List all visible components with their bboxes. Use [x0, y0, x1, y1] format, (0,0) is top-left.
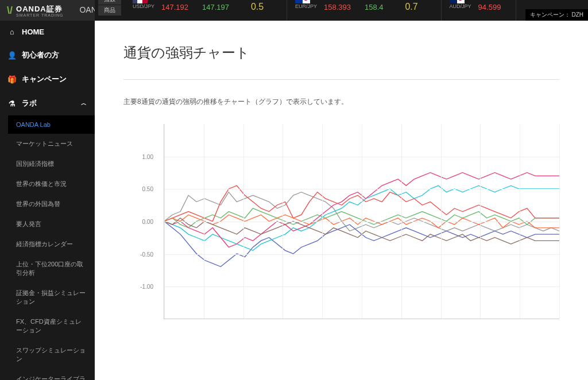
user-icon: 👤 — [8, 51, 16, 59]
grid-line — [401, 124, 402, 319]
spread-value: 0.5 — [243, 2, 272, 12]
ticker-tabs: FX指数商品 — [95, 0, 125, 21]
nav-user[interactable]: 👤初心者の方 — [0, 43, 95, 67]
nav-flask[interactable]: ⚗ラボ︿ — [0, 91, 95, 115]
sidebar-item[interactable]: OANDA Lab — [8, 115, 95, 134]
sidebar-item[interactable]: 世界の外国為替 — [8, 194, 95, 214]
brand-main: OANDA証券 — [16, 4, 63, 14]
flag-icon — [450, 0, 465, 3]
pair-label: USD/JPY — [133, 3, 154, 9]
sidebar-item[interactable]: 世界の株価と市況 — [8, 174, 95, 194]
grid-line — [480, 124, 481, 319]
sidebar-item[interactable]: 上位・下位200口座の取引分析 — [8, 254, 95, 283]
nav-home[interactable]: ⌂HOME — [0, 21, 95, 43]
home-icon: ⌂ — [8, 28, 16, 36]
grid-line — [204, 124, 204, 319]
buy-label: 買い — [202, 0, 229, 1]
grid-line — [520, 124, 520, 319]
nav-gift[interactable]: 🎁キャンペーン — [0, 67, 95, 91]
campaign-strip[interactable]: キャンペーン： DZH — [525, 9, 588, 21]
grid-line — [283, 124, 283, 319]
sell-label: 売り — [161, 0, 188, 1]
spread-value: 0.7 — [397, 2, 426, 12]
ticker-tab-指数[interactable]: 指数 — [98, 0, 121, 5]
ticker-item-AUD/JPY[interactable]: AUD/JPY売り94.599 — [442, 0, 517, 21]
grid-line — [362, 124, 362, 319]
y-tick: -0.50 — [140, 251, 153, 257]
pair-label: EUR/JPY — [295, 3, 317, 9]
pair-label: AUD/JPY — [450, 3, 471, 9]
grid-line — [559, 124, 560, 319]
main-content: 通貨の強弱チャート 主要8通貨の通貨の強弱の推移をチャート（グラフ）で表示してい… — [95, 21, 588, 380]
flask-icon: ⚗ — [8, 99, 16, 107]
page-title: 通貨の強弱チャート — [123, 44, 559, 62]
grid-line — [164, 124, 165, 319]
y-tick: 0.00 — [142, 219, 153, 225]
nav-label: ラボ — [22, 98, 37, 108]
logo-icon: \/ — [7, 5, 13, 17]
sidebar-item[interactable]: FX、CFD資産シミュレーション — [8, 312, 95, 340]
sidebar-item[interactable]: マーケットニュース — [8, 134, 95, 154]
sell-value: 158.393 — [324, 3, 351, 11]
sell-value: 94.599 — [478, 3, 501, 11]
brand-logo[interactable]: \/ OANDA証券 SMARTER TRADING — [7, 4, 63, 17]
nav-label: キャンペーン — [22, 74, 67, 84]
flag-icon — [295, 0, 310, 3]
y-tick: -1.00 — [140, 284, 153, 290]
sidebar: ⌂HOME👤初心者の方🎁キャンペーン⚗ラボ︿ OANDA Labマーケットニュー… — [0, 21, 95, 380]
buy-label: 買い — [365, 0, 384, 1]
sidebar-item[interactable]: インジケーターライブラリ — [8, 369, 95, 380]
sidebar-item[interactable]: 要人発言 — [8, 214, 95, 234]
divider — [123, 79, 559, 80]
nav-label: HOME — [22, 28, 44, 36]
ticker-item-EUR/JPY[interactable]: EUR/JPY売り158.393買い158.4スプレッド0.7 — [287, 0, 442, 21]
sell-label: 売り — [324, 0, 351, 1]
flag-icon — [133, 0, 148, 3]
y-tick: 1.00 — [142, 153, 153, 160]
page-description: 主要8通貨の通貨の強弱の推移をチャート（グラフ）で表示しています。 — [123, 97, 559, 107]
buy-value: 158.4 — [365, 3, 384, 11]
chevron-up-icon: ︿ — [81, 99, 87, 107]
sell-value: 147.192 — [161, 3, 188, 11]
y-tick: 0.50 — [142, 186, 153, 192]
buy-value: 147.197 — [202, 3, 229, 11]
sidebar-item[interactable]: 経済指標カレンダー — [8, 234, 95, 254]
ticker-bar: FX指数商品 USD/JPY売り147.192買い147.197スプレッド0.5… — [95, 0, 588, 21]
grid-line — [441, 124, 442, 319]
currency-strength-chart: 1.000.500.00-0.50-1.00 — [141, 124, 559, 319]
sidebar-item[interactable]: スワップシミュレーション — [8, 340, 95, 369]
nav-label: 初心者の方 — [22, 50, 59, 60]
grid-line — [243, 124, 244, 319]
ticker-tab-商品[interactable]: 商品 — [98, 5, 121, 15]
gift-icon: 🎁 — [8, 75, 16, 83]
brand-sub: SMARTER TRADING — [16, 13, 63, 17]
sell-label: 売り — [478, 0, 501, 1]
sidebar-item[interactable]: 証拠金・損益シミュレーション — [8, 283, 95, 312]
sidebar-item[interactable]: 国別経済指標 — [8, 154, 95, 174]
ticker-item-USD/JPY[interactable]: USD/JPY売り147.192買い147.197スプレッド0.5 — [125, 0, 287, 21]
grid-line — [322, 124, 323, 319]
